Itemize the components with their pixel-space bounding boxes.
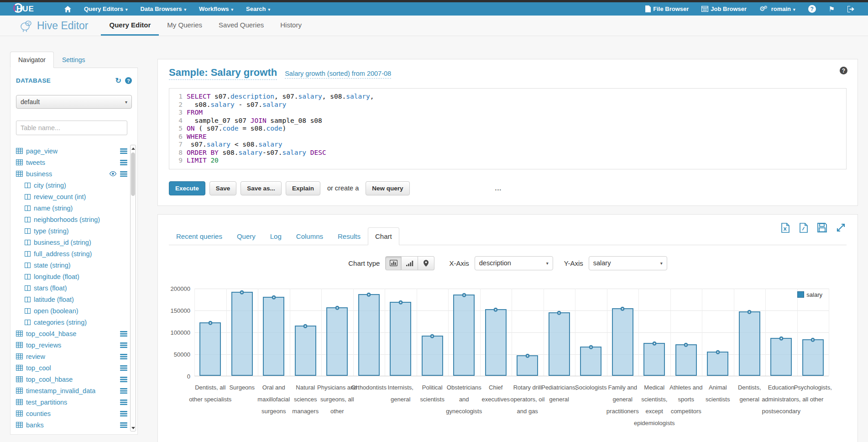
column-item[interactable]: type (string) (16, 225, 127, 237)
tab-chart[interactable]: Chart (368, 227, 399, 245)
explain-button[interactable]: Explain (286, 181, 320, 195)
menu-query-editors[interactable]: Query Editors ▾ (78, 5, 134, 12)
app-title: Hive Editor (37, 20, 88, 32)
y-axis-select[interactable]: salary ▾ (589, 256, 667, 270)
refresh-icon[interactable]: ↻ (115, 76, 121, 85)
user-menu[interactable]: ⚙⚙ romain ▾ (753, 5, 802, 12)
table-icon (16, 148, 23, 154)
tab-results[interactable]: Results (330, 227, 368, 245)
column-item[interactable]: latitude (float) (16, 294, 127, 305)
column-item[interactable]: open (boolean) (16, 305, 127, 316)
table-filter-input[interactable] (16, 121, 127, 135)
menu-icon[interactable] (120, 148, 127, 154)
sidebar-scrollbar[interactable] (130, 145, 136, 431)
tab-saved-queries[interactable]: Saved Queries (210, 16, 272, 36)
menu-icon[interactable] (120, 411, 127, 416)
scrollbar-thumb[interactable] (131, 153, 135, 196)
table-item[interactable]: test_partitions (16, 396, 127, 408)
column-item[interactable]: business_id (string) (16, 237, 127, 248)
save-icon[interactable] (817, 223, 827, 232)
menu-icon[interactable] (120, 400, 127, 405)
query-title[interactable]: Sample: Salary growth (169, 67, 277, 80)
execute-button[interactable]: Execute (169, 181, 205, 195)
help-icon[interactable]: ? (125, 77, 132, 84)
new-query-button[interactable]: New query (366, 181, 409, 195)
table-item[interactable]: banks (16, 419, 127, 431)
query-subtitle-link[interactable]: Salary growth (sorted) from 2007-08 (285, 70, 391, 79)
table-item[interactable]: tweets (16, 157, 127, 168)
eye-icon[interactable] (109, 171, 117, 176)
menu-icon[interactable] (120, 377, 127, 382)
menu-icon[interactable] (120, 171, 127, 177)
table-item[interactable]: top_cool (16, 362, 127, 374)
tab-query-editor[interactable]: Query Editor (101, 16, 159, 36)
download-xls-icon[interactable] (781, 223, 790, 233)
column-item[interactable]: longitude (float) (16, 271, 127, 282)
more-handle[interactable]: ... (495, 184, 502, 192)
column-item[interactable]: categories (string) (16, 316, 127, 328)
column-item[interactable]: state (string) (16, 259, 127, 271)
menu-workflows[interactable]: Workflows ▾ (193, 5, 240, 12)
or-create-label: or create a (327, 184, 359, 192)
table-item[interactable]: top_cool_hbase (16, 374, 127, 385)
scroll-down-icon[interactable] (131, 425, 136, 431)
help-icon[interactable]: ? (840, 67, 847, 74)
table-item[interactable]: top_reviews (16, 339, 127, 351)
table-icon (16, 388, 23, 394)
sql-code-editor[interactable]: 1SELECT s07.description, s07.salary, s08… (169, 88, 847, 169)
column-item[interactable]: city (string) (16, 179, 127, 191)
column-chart-type-button[interactable] (402, 256, 418, 270)
menu-search[interactable]: Search ▾ (240, 5, 277, 12)
column-item[interactable]: name (string) (16, 202, 127, 214)
table-list: page_viewtweetsbusinesscity (string)revi… (16, 145, 127, 431)
sign-out-button[interactable] (841, 6, 861, 12)
hue-logo[interactable]: HUE (14, 5, 37, 14)
menu-icon[interactable] (120, 160, 127, 165)
menu-data-browsers[interactable]: Data Browsers ▾ (134, 5, 193, 12)
database-select[interactable]: default ▾ (16, 95, 132, 109)
job-browser-button[interactable]: Job Browser (695, 5, 753, 12)
tab-log[interactable]: Log (263, 227, 289, 245)
tab-columns[interactable]: Columns (289, 227, 330, 245)
column-item[interactable]: neighborhoods (string) (16, 214, 127, 225)
column-item[interactable]: review_count (int) (16, 191, 127, 202)
map-chart-type-button[interactable] (418, 256, 434, 270)
table-item[interactable]: timestamp_invalid_data (16, 385, 127, 396)
help-button[interactable]: ? (802, 5, 822, 13)
tab-settings[interactable]: Settings (54, 52, 94, 68)
bar-chart-type-button[interactable] (385, 256, 402, 270)
table-item[interactable]: review (16, 351, 127, 362)
line-number: 9 (169, 157, 187, 165)
tab-query[interactable]: Query (230, 227, 263, 245)
table-item[interactable]: page_view (16, 145, 127, 157)
home-button[interactable] (58, 6, 78, 12)
fullscreen-icon[interactable] (836, 223, 846, 232)
x-axis-select[interactable]: description ▾ (475, 256, 553, 270)
save-button[interactable]: Save (209, 181, 237, 195)
tab-navigator[interactable]: Navigator (10, 52, 54, 68)
flags-button[interactable]: ⚑ (822, 5, 841, 13)
column-item[interactable]: stars (float) (16, 282, 127, 294)
tab-my-queries[interactable]: My Queries (159, 16, 210, 36)
scroll-up-icon[interactable] (131, 145, 136, 152)
menu-icon[interactable] (120, 365, 127, 371)
line-number: 6 (169, 133, 187, 141)
download-csv-icon[interactable] (799, 223, 808, 233)
menu-icon[interactable] (120, 342, 127, 348)
tab-history[interactable]: History (272, 16, 310, 36)
table-item[interactable]: business (16, 168, 127, 179)
save-as-button[interactable]: Save as... (241, 181, 282, 195)
table-item[interactable]: counties (16, 408, 127, 419)
bar (295, 326, 316, 376)
menu-icon[interactable] (120, 388, 127, 394)
menu-icon[interactable] (120, 331, 127, 337)
menu-icon[interactable] (120, 422, 127, 428)
file-browser-button[interactable]: File Browser (639, 5, 695, 12)
y-axis-tick: 50000 (174, 351, 190, 358)
bar (580, 347, 601, 376)
column-item[interactable]: full_address (string) (16, 248, 127, 259)
menu-icon[interactable] (120, 354, 127, 359)
table-item[interactable]: top_cool4_hbase (16, 328, 127, 339)
app-brand[interactable]: Hive Editor (19, 16, 88, 36)
tab-recent-queries[interactable]: Recent queries (169, 227, 230, 245)
